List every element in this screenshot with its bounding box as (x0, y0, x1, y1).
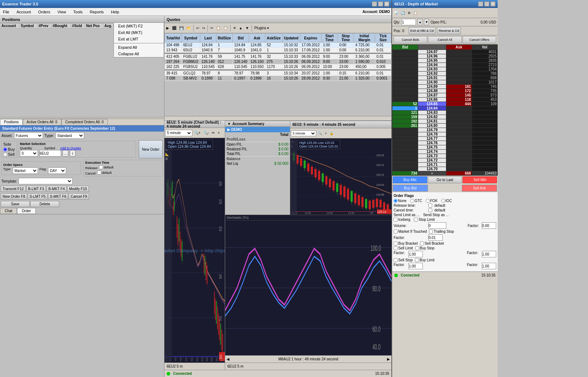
dom-row-15[interactable]: 159124.82 (392, 115, 498, 119)
dom-minimize-btn[interactable]: _ (478, 1, 483, 7)
timeframe-select[interactable]: 5 minute (165, 130, 192, 136)
dom-row-1[interactable]: 124.962925 (392, 54, 498, 59)
dom-row-19[interactable]: 124.78 (392, 132, 498, 137)
blmt-btn[interactable]: B-LMT F3 (26, 186, 46, 192)
dom-qty-down[interactable]: ▼ (424, 19, 429, 25)
quotes-btn1[interactable]: ▶ (165, 25, 170, 31)
dom-maximize-btn[interactable]: □ (484, 1, 489, 7)
ioc-radio-label[interactable]: IOC (441, 199, 452, 203)
order-type-select[interactable]: Market (13, 167, 38, 174)
dom-tb-3[interactable]: ⚙ (407, 10, 412, 16)
save-btn[interactable]: Save (1, 201, 30, 207)
factor2-input[interactable] (428, 234, 443, 241)
fok-radio[interactable] (426, 199, 430, 203)
symbol-search-btn[interactable]: … (63, 150, 68, 157)
ctx-expand-all[interactable]: Expand All (114, 44, 164, 51)
quotes-dn-btn[interactable]: ▼ (244, 25, 250, 31)
modify-btn[interactable]: Modify F10 (67, 186, 89, 192)
dom-row-18[interactable]: 124.79 (392, 128, 498, 132)
dom-row-2[interactable]: 124.952835 (392, 59, 498, 63)
mini-timeframe-select[interactable]: 5 minute (291, 130, 316, 136)
dom-row-13[interactable]: 1124.84 (392, 106, 498, 111)
dom-row-12[interactable]: 52124.85444109 (392, 102, 498, 106)
menu-view[interactable]: View (56, 9, 68, 15)
menu-orders[interactable]: Orders (37, 9, 52, 15)
buy-stop-label[interactable]: Buy Stop (415, 246, 435, 250)
dom-row-6[interactable]: 124.91698 (392, 76, 498, 80)
ioc-radio[interactable] (441, 199, 445, 203)
dom-row-16[interactable]: 192124.81 (392, 119, 498, 124)
menu-help[interactable]: Help (110, 9, 121, 15)
none-radio-label[interactable]: None (394, 199, 407, 203)
window-controls[interactable]: _ □ ✕ (372, 1, 389, 7)
fok-radio-label[interactable]: FOK (426, 199, 438, 203)
buy-label[interactable]: Buy (3, 147, 15, 151)
cancel-f9-btn[interactable]: Cancel F9 (69, 193, 89, 200)
stop-limit-check[interactable] (414, 218, 418, 222)
quotes-up-btn[interactable]: ▲ (238, 25, 244, 31)
bmkt-btn[interactable]: B-MKT F4 (47, 186, 66, 192)
none-radio[interactable] (394, 199, 398, 203)
factor-in3[interactable] (408, 251, 423, 257)
dom-row-25[interactable]: 124.72 (392, 158, 498, 163)
dom-row-0[interactable]: 124.974031 (392, 50, 498, 54)
chart-tool-5[interactable]: ⊞ (165, 157, 171, 160)
dom-row-11[interactable]: 124.86118453 (392, 98, 498, 102)
iceberg-check[interactable] (394, 218, 398, 222)
asset-select[interactable]: Futures (14, 132, 43, 139)
mini-chart-btn3[interactable]: 🔒 (329, 131, 335, 136)
ts-check[interactable] (429, 230, 433, 234)
buy-mkt-btn[interactable]: Buy Mkt (393, 176, 427, 183)
tab-positions[interactable]: Positions (0, 119, 23, 125)
ctx-exit-mkt[interactable]: Exit (MKT) F2 (114, 23, 164, 29)
tab-active-orders[interactable]: Active Orders All: 0 (23, 119, 61, 125)
cancel-offers-btn[interactable]: Cancel Offers (463, 36, 496, 43)
dom-row-9[interactable]: 124.88172735 (392, 89, 498, 93)
dom-row-10[interactable]: 124.87145573 (392, 93, 498, 98)
quotes-btn2[interactable]: ⬛ (171, 25, 177, 31)
dom-tb-1[interactable]: 📊 (393, 10, 399, 16)
dom-row-22[interactable]: 124.75 (392, 145, 498, 150)
dom-row-23[interactable]: 124.74 (392, 150, 498, 154)
cancel-time-check[interactable] (428, 208, 432, 212)
symbol-input[interactable] (39, 150, 61, 157)
menu-account[interactable]: Account (15, 9, 33, 15)
tab-order[interactable]: Order (17, 208, 36, 214)
buy-stop-check[interactable] (415, 246, 419, 250)
dom-row-14[interactable]: 121124.83 (392, 111, 498, 115)
cancel-all-btn[interactable]: Cancel All (428, 36, 462, 43)
volume-input[interactable] (428, 222, 446, 229)
quotes-btn9[interactable]: 📋 (222, 25, 229, 31)
dom-row-21[interactable]: 124.76 (392, 141, 498, 145)
mini-chart-tool-1[interactable]: ↔ (291, 140, 296, 143)
factor-in4[interactable] (482, 251, 496, 257)
buy-radio[interactable] (3, 147, 7, 151)
type-select[interactable]: Standard (55, 132, 84, 139)
mit-label[interactable]: Market If Touched (394, 230, 427, 234)
dom-row-8[interactable]: 124.89181745 (392, 85, 498, 89)
chart-draw[interactable]: ✏ (211, 130, 216, 136)
chart-crosshair[interactable]: + (216, 130, 221, 136)
dom-row-17[interactable]: 261124.80 (392, 124, 498, 128)
menu-reports[interactable]: Reports (88, 9, 105, 15)
reverse-btn[interactable]: Reverse & Cd (437, 27, 461, 34)
buy-bracket-check[interactable] (394, 241, 398, 245)
chart-zoom-in[interactable]: 🔍+ (193, 130, 202, 136)
sell-mkt-btn[interactable]: Sell Mkt (463, 176, 497, 183)
mit-check[interactable] (394, 230, 398, 234)
close-btn[interactable]: ✕ (384, 1, 389, 7)
dom-qty-up[interactable]: ▲ (417, 19, 422, 25)
maximize-btn[interactable]: □ (378, 1, 383, 7)
quotes-scroll[interactable]: TotalVol Symbol Last BidSize Bid Ask Ask… (164, 33, 391, 116)
release-check-label[interactable]: default (99, 165, 113, 169)
delete-btn[interactable]: Delete (30, 201, 59, 207)
release-checkbox[interactable] (99, 165, 103, 169)
dom-window-controls[interactable]: _ □ ✕ (478, 1, 495, 7)
mini-chart-tool-2[interactable]: ↕ (291, 144, 296, 148)
factor-in5[interactable] (408, 263, 423, 269)
dom-tb-2[interactable]: 🔄 (400, 10, 406, 16)
exit-mkt-btn[interactable]: Exit at Mkt & Cd (409, 27, 436, 34)
qty-select[interactable]: 0 (20, 150, 38, 157)
sell-limit-label[interactable]: Sell Limit (394, 246, 413, 250)
menu-file[interactable]: File (1, 9, 11, 15)
